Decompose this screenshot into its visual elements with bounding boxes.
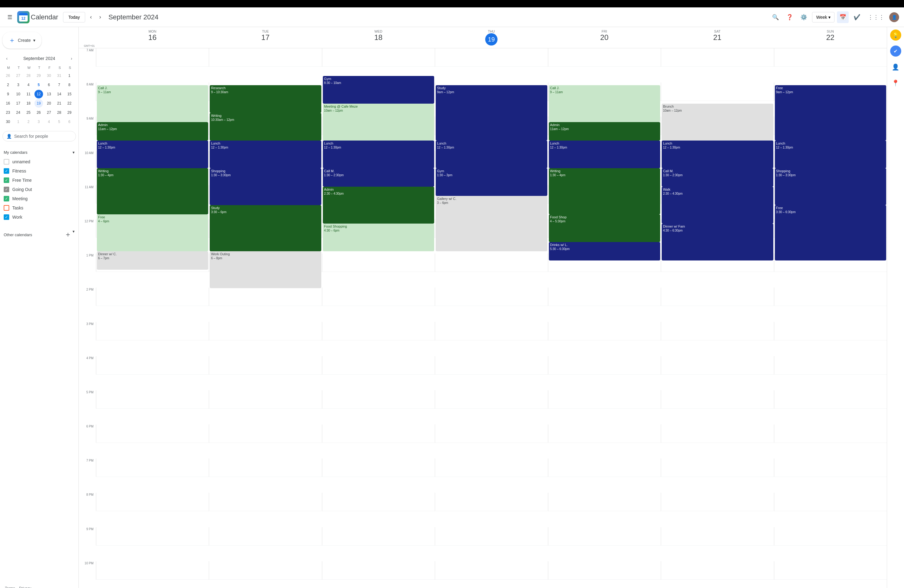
mini-cal-day[interactable]: 12	[35, 90, 43, 98]
calendar-event[interactable]: Work Outing6 – 8pm	[210, 251, 321, 288]
calendar-event[interactable]: Gallery w/ C.3 – 6pm	[436, 196, 547, 251]
mini-cal-day[interactable]: 16	[4, 99, 12, 107]
contacts-icon[interactable]: 👤	[890, 62, 901, 73]
calendar-event[interactable]: Gym8:30 – 10am	[323, 76, 434, 104]
calendar-event[interactable]: Brunch10am – 12pm	[662, 104, 773, 141]
calendar-checkbox[interactable]: ✓	[4, 168, 9, 174]
apps-button[interactable]: ⋮⋮⋮	[865, 11, 887, 23]
mini-cal-day[interactable]: 17	[14, 99, 22, 107]
mini-cal-day[interactable]: 6	[44, 81, 53, 89]
create-button[interactable]: ＋ Create ▾	[2, 32, 41, 49]
mini-cal-day[interactable]: 20	[44, 99, 53, 107]
menu-button[interactable]: ☰	[5, 11, 15, 23]
prev-button[interactable]: ‹	[88, 11, 95, 23]
terms-link[interactable]: Terms	[5, 586, 15, 588]
mini-cal-day[interactable]: 21	[55, 99, 63, 107]
mini-cal-day[interactable]: 8	[65, 81, 74, 89]
calendar-event[interactable]: Lunch12 – 1:30pm	[97, 141, 208, 168]
mini-cal-day[interactable]: 27	[44, 108, 53, 117]
calendar-event[interactable]: Free4 – 6pm	[97, 214, 208, 251]
mini-cal-day[interactable]: 28	[24, 71, 33, 80]
calendar-event[interactable]: Research9 – 10:30am	[210, 85, 321, 113]
mini-cal-day[interactable]: 26	[4, 71, 12, 80]
mini-cal-day[interactable]: 6	[65, 117, 74, 126]
mini-cal-day[interactable]: 23	[4, 108, 12, 117]
calendar-event[interactable]: Shopping1:30 – 3:30pm	[210, 168, 321, 205]
mini-cal-day[interactable]: 15	[65, 90, 74, 98]
day-header-wed[interactable]: WED 18	[322, 27, 435, 48]
calendar-event[interactable]: Call M.1:30 – 2:30pm	[323, 168, 434, 187]
mini-cal-day[interactable]: 24	[14, 108, 22, 117]
mini-cal-day[interactable]: 4	[24, 81, 33, 89]
day-header-sat[interactable]: SAT 21	[661, 27, 774, 48]
next-button[interactable]: ›	[97, 11, 104, 23]
calendar-event[interactable]: Dinner w/ C.6 – 7pm	[97, 251, 208, 270]
day-header-mon[interactable]: MON 16	[96, 27, 209, 48]
privacy-link[interactable]: Privacy	[19, 586, 31, 588]
calendar-event[interactable]: Drinks w/ L.5:30 – 6:30pm	[549, 242, 660, 261]
calendar-checkbox[interactable]	[4, 205, 9, 211]
mini-cal-day[interactable]: 9	[4, 90, 12, 98]
calendar-event[interactable]: Lunch12 – 1:30pm	[662, 141, 773, 168]
calendar-event[interactable]: Admin2:30 – 4:30pm	[323, 187, 434, 224]
mini-cal-day[interactable]: 3	[14, 81, 22, 89]
search-button[interactable]: 🔍	[770, 11, 781, 23]
mini-cal-day[interactable]: 27	[14, 71, 22, 80]
calendar-item-unnamed[interactable]: unnamed	[2, 157, 76, 166]
mini-cal-day[interactable]: 29	[65, 108, 74, 117]
mini-cal-day[interactable]: 2	[4, 81, 12, 89]
calendar-event[interactable]: Meeting @ Cafe Meze10am – 12pm	[323, 104, 434, 141]
calendar-checkbox[interactable]: ✓	[4, 196, 9, 201]
calendar-event[interactable]: Free3:30 – 6:30pm	[775, 205, 886, 261]
calendar-event[interactable]: Shopping1:30 – 3:30pm	[775, 168, 886, 205]
calendar-event[interactable]: Call J.9 – 11am	[549, 85, 660, 122]
task-view-button[interactable]: ✔️	[851, 11, 863, 23]
calendar-item-free-time[interactable]: ✓Free Time	[2, 175, 76, 185]
mini-cal-day[interactable]: 18	[24, 99, 33, 107]
calendar-checkbox[interactable]: ✓	[4, 214, 9, 220]
calendar-event[interactable]: Call J.9 – 11am	[97, 85, 208, 122]
calendar-event[interactable]: Admin11am – 12pm	[549, 122, 660, 141]
mini-cal-day[interactable]: 30	[4, 117, 12, 126]
day-header-sun[interactable]: SUN 22	[774, 27, 887, 48]
mini-cal-next-button[interactable]: ›	[70, 55, 73, 62]
help-button[interactable]: ❓	[784, 11, 795, 23]
mini-cal-day[interactable]: 1	[14, 117, 22, 126]
mini-cal-day[interactable]: 1	[65, 71, 74, 80]
other-calendars-header[interactable]: Other calendars + ▾	[2, 227, 76, 243]
calendar-event[interactable]: Study9am – 12pm	[436, 85, 547, 141]
search-people-input[interactable]: 👤 Search for people	[2, 131, 76, 141]
calendar-event[interactable]: Lunch12 – 1:30pm	[436, 141, 547, 168]
mini-cal-day[interactable]: 7	[55, 81, 63, 89]
mini-cal-day[interactable]: 14	[55, 90, 63, 98]
calendar-item-fitness[interactable]: ✓Fitness	[2, 166, 76, 175]
calendar-event[interactable]: Walk2:30 – 4:30pm	[662, 187, 773, 224]
grid-view-button[interactable]: 📅	[837, 11, 849, 23]
day-header-tue[interactable]: TUE 17	[209, 27, 322, 48]
calendar-checkbox[interactable]	[4, 159, 9, 164]
mini-cal-day[interactable]: 30	[44, 71, 53, 80]
calendar-event[interactable]: Admin11am – 12pm	[97, 122, 208, 141]
mini-cal-day[interactable]: 22	[65, 99, 74, 107]
mini-cal-day[interactable]: 11	[24, 90, 33, 98]
google-maps-icon[interactable]: 📍	[890, 77, 901, 89]
calendar-event[interactable]: Writing1:30 – 4pm	[97, 168, 208, 214]
google-keep-icon[interactable]: 💡	[890, 30, 901, 41]
calendar-item-going-out[interactable]: ✓Going Out	[2, 185, 76, 194]
calendar-event[interactable]: Gym1:30 – 3pm	[436, 168, 547, 196]
mini-cal-day[interactable]: 5	[35, 81, 43, 89]
settings-button[interactable]: ⚙️	[798, 11, 809, 23]
add-other-calendar-button[interactable]: +	[65, 229, 71, 240]
calendar-event[interactable]: Dinner w/ Fam4:30 – 6:30pm	[662, 224, 773, 261]
user-avatar[interactable]: 👤	[889, 12, 899, 22]
calendar-event[interactable]: Lunch12 – 1:30pm	[549, 141, 660, 168]
calendar-event[interactable]: Free9am – 12pm	[775, 85, 886, 141]
mini-cal-day[interactable]: 19	[35, 99, 43, 107]
calendar-event[interactable]: Writing10:30am – 12pm	[210, 113, 321, 141]
calendar-checkbox[interactable]: ✓	[4, 187, 9, 192]
calendar-event[interactable]: Lunch12 – 1:30pm	[775, 141, 886, 168]
mini-cal-day[interactable]: 28	[55, 108, 63, 117]
mini-cal-day[interactable]: 13	[44, 90, 53, 98]
calendar-event[interactable]: Lunch12 – 1:30pm	[210, 141, 321, 168]
mini-cal-prev-button[interactable]: ‹	[5, 55, 9, 62]
